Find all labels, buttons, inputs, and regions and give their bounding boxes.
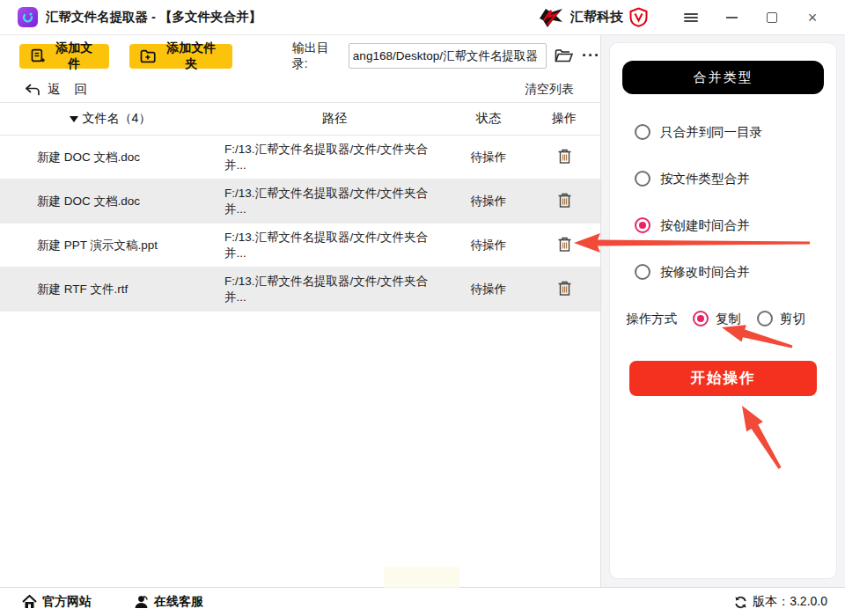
app-logo-icon bbox=[18, 7, 38, 27]
browse-folder-button[interactable] bbox=[555, 48, 573, 63]
add-folder-button[interactable]: 添加文件夹 bbox=[129, 44, 232, 69]
radio-option-by-file-type[interactable]: 按文件类型合并 bbox=[635, 170, 824, 187]
radio-option-by-modify-time[interactable]: 按修改时间合并 bbox=[635, 263, 824, 281]
delete-row-button[interactable] bbox=[556, 191, 573, 212]
radio-option-copy[interactable]: 复制 bbox=[693, 311, 741, 327]
column-header-action: 操作 bbox=[528, 111, 600, 127]
trash-icon bbox=[558, 193, 571, 208]
add-folder-label: 添加文件夹 bbox=[161, 40, 222, 72]
file-status: 待操作 bbox=[449, 238, 528, 253]
back-label: 返 回 bbox=[48, 81, 92, 98]
file-name: 新建 RTF 文件.rtf bbox=[0, 282, 220, 297]
minimize-icon[interactable] bbox=[711, 4, 752, 31]
table-header: 文件名（4） 路径 状态 操作 bbox=[0, 103, 600, 136]
file-plus-icon bbox=[30, 48, 45, 63]
file-list-section: 添加文件 添加文件夹 输出目录: ··· 返 回 清空列表 文件名（4） bbox=[0, 35, 600, 587]
close-icon[interactable]: × bbox=[792, 4, 833, 31]
file-status: 待操作 bbox=[449, 282, 528, 297]
trash-icon bbox=[558, 237, 571, 252]
table-row[interactable]: 新建 DOC 文档.doc F:/13.汇帮文件名提取器/文件/文件夹合并...… bbox=[0, 136, 600, 180]
column-header-status: 状态 bbox=[449, 111, 528, 127]
online-support-link[interactable]: 在线客服 bbox=[134, 594, 203, 610]
home-icon bbox=[22, 595, 37, 609]
radio-option-by-create-time[interactable]: 按创建时间合并 bbox=[635, 216, 824, 234]
file-path: F:/13.汇帮文件名提取器/文件/文件夹合并... bbox=[220, 230, 449, 261]
radio-option-cut[interactable]: 剪切 bbox=[757, 311, 805, 327]
add-file-button[interactable]: 添加文件 bbox=[19, 44, 109, 69]
delete-row-button[interactable] bbox=[556, 235, 573, 256]
shield-v-badge-icon bbox=[629, 7, 648, 27]
radio-icon[interactable] bbox=[635, 264, 650, 280]
file-path: F:/13.汇帮文件名提取器/文件/文件夹合并... bbox=[220, 274, 449, 305]
version-text: 版本：3.2.0.0 bbox=[753, 594, 827, 610]
file-status: 待操作 bbox=[449, 150, 528, 165]
radio-icon[interactable] bbox=[635, 217, 650, 233]
sort-descending-icon bbox=[70, 116, 78, 122]
merge-settings-panel: 合并类型 只合并到同一目录 按文件类型合并 按创建时间合并 按修改时间合并 操作… bbox=[600, 35, 845, 587]
radio-icon[interactable] bbox=[693, 311, 709, 326]
clear-list-button[interactable]: 清空列表 bbox=[525, 82, 574, 98]
delete-row-button[interactable] bbox=[556, 147, 573, 168]
folder-plus-icon bbox=[140, 49, 156, 63]
file-name: 新建 PPT 演示文稿.ppt bbox=[0, 238, 220, 253]
delete-row-button[interactable] bbox=[556, 279, 573, 300]
radio-icon[interactable] bbox=[757, 311, 773, 326]
watermark bbox=[384, 567, 459, 588]
ellipsis-icon: ··· bbox=[582, 47, 600, 65]
output-dir-label: 输出目录: bbox=[292, 40, 344, 72]
version-info: 版本：3.2.0.0 bbox=[734, 594, 827, 610]
file-status: 待操作 bbox=[449, 194, 528, 209]
folder-open-icon bbox=[555, 48, 573, 63]
customer-service-icon bbox=[134, 595, 149, 609]
column-header-path: 路径 bbox=[220, 111, 449, 127]
back-arrow-icon bbox=[25, 84, 40, 96]
table-row[interactable]: 新建 DOC 文档.doc F:/13.汇帮文件名提取器/文件/文件夹合并...… bbox=[0, 180, 600, 224]
menu-icon[interactable] bbox=[671, 4, 711, 31]
merge-type-header: 合并类型 bbox=[622, 61, 824, 94]
brand-badge: 汇帮科技 bbox=[538, 7, 648, 28]
trash-icon bbox=[558, 281, 571, 296]
brand-name: 汇帮科技 bbox=[570, 9, 623, 26]
operation-mode-row: 操作方式 复制 剪切 bbox=[626, 310, 824, 327]
main-area: 添加文件 添加文件夹 输出目录: ··· 返 回 清空列表 文件名（4） bbox=[0, 35, 845, 587]
radio-icon[interactable] bbox=[635, 171, 650, 187]
list-action-bar: 返 回 清空列表 bbox=[0, 77, 600, 103]
file-name: 新建 DOC 文档.doc bbox=[0, 194, 220, 209]
operation-mode-label: 操作方式 bbox=[626, 311, 677, 327]
table-row[interactable]: 新建 PPT 演示文稿.ppt F:/13.汇帮文件名提取器/文件/文件夹合并.… bbox=[0, 224, 600, 268]
table-row[interactable]: 新建 RTF 文件.rtf F:/13.汇帮文件名提取器/文件/文件夹合并...… bbox=[0, 268, 600, 312]
maximize-icon[interactable] bbox=[752, 4, 792, 31]
trash-icon bbox=[558, 149, 571, 164]
titlebar: 汇帮文件名提取器 - 【多文件夹合并】 汇帮科技 × bbox=[0, 0, 845, 35]
radio-icon[interactable] bbox=[635, 124, 650, 140]
file-path: F:/13.汇帮文件名提取器/文件/文件夹合并... bbox=[220, 142, 449, 173]
official-website-link[interactable]: 官方网站 bbox=[22, 594, 92, 610]
file-name: 新建 DOC 文档.doc bbox=[0, 150, 220, 165]
file-path: F:/13.汇帮文件名提取器/文件/文件夹合并... bbox=[220, 186, 449, 217]
more-options-button[interactable]: ··· bbox=[582, 47, 600, 65]
start-operation-button[interactable]: 开始操作 bbox=[629, 361, 817, 396]
refresh-icon bbox=[734, 596, 747, 609]
column-header-name[interactable]: 文件名（4） bbox=[0, 111, 220, 127]
merge-settings-card: 合并类型 只合并到同一目录 按文件类型合并 按创建时间合并 按修改时间合并 操作… bbox=[609, 42, 837, 579]
output-dir-input[interactable] bbox=[349, 43, 547, 69]
radio-option-same-directory[interactable]: 只合并到同一目录 bbox=[635, 123, 824, 141]
add-file-label: 添加文件 bbox=[50, 40, 99, 72]
toolbar: 添加文件 添加文件夹 输出目录: ··· bbox=[0, 35, 600, 77]
window-title: 汇帮文件名提取器 - 【多文件夹合并】 bbox=[46, 9, 261, 26]
back-button[interactable]: 返 回 bbox=[25, 81, 92, 98]
footer: 官方网站 在线客服 版本：3.2.0.0 bbox=[0, 587, 845, 616]
brand-ink-logo-icon bbox=[538, 7, 564, 28]
